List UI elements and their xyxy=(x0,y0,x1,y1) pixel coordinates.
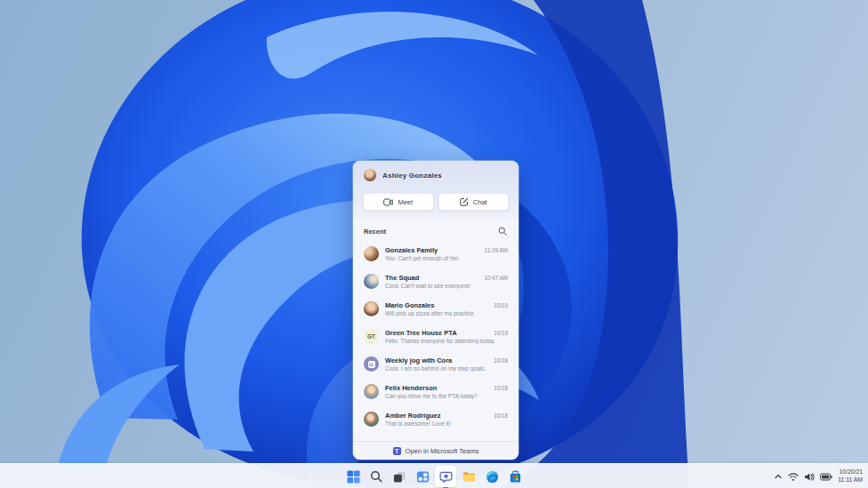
avatar xyxy=(364,246,379,261)
meet-button[interactable]: Meet xyxy=(363,193,434,211)
system-tray: 10/20/21 11:11 AM xyxy=(774,464,863,488)
avatar-app-icon xyxy=(364,356,379,372)
chat-list-item[interactable]: Mario Gonzales 10/19 Will pick up pizza … xyxy=(353,295,518,323)
chat-name: Mario Gonzales xyxy=(385,301,434,309)
chat-list-item[interactable]: GT Green Tree House PTA 10/19 Felix: Tha… xyxy=(353,323,518,350)
recent-title: Recent xyxy=(364,228,386,236)
action-buttons-row: Meet Chat xyxy=(353,188,518,211)
chat-time: 10/19 xyxy=(494,302,508,308)
network-button[interactable] xyxy=(788,472,799,482)
meet-button-label: Meet xyxy=(398,198,413,206)
chat-preview: Cora: I am so behind on my step goals. xyxy=(385,365,508,372)
chat-time: 10/18 xyxy=(494,385,508,391)
open-in-teams-label: Open in Microsoft Teams xyxy=(406,447,479,455)
flyout-header-section: Ashley Gonzales Meet Chat xyxy=(353,161,518,219)
folder-icon xyxy=(462,470,476,484)
chat-button[interactable]: Chat xyxy=(438,193,510,211)
compose-icon xyxy=(460,197,469,206)
volume-button[interactable] xyxy=(804,472,815,482)
chat-time: 10/18 xyxy=(494,412,508,419)
speaker-icon xyxy=(804,472,815,482)
task-view-button[interactable] xyxy=(389,466,410,487)
avatar xyxy=(364,412,379,427)
chat-preview: Felix: Thanks everyone for attending tod… xyxy=(385,338,508,344)
chat-preview: Will pick up pizza after my practice. xyxy=(385,310,508,316)
avatar xyxy=(364,384,379,399)
chat-list-item[interactable]: Weekly jog with Cora 10/18 Cora: I am so… xyxy=(353,350,518,378)
chat-list-item[interactable]: Felix Henderson 10/18 Can you drive me t… xyxy=(353,378,518,405)
edge-browser-icon xyxy=(486,470,499,484)
taskbar-clock[interactable]: 10/20/21 11:11 AM xyxy=(838,468,863,484)
chat-preview: That is awesome! Love it! xyxy=(385,420,508,427)
chat-time: 10/18 xyxy=(494,357,508,364)
chat-button-taskbar[interactable] xyxy=(435,466,456,487)
avatar-initials-text: GT xyxy=(367,333,375,340)
widgets-button[interactable] xyxy=(412,466,433,487)
chat-preview: You: Can't get enough of her. xyxy=(385,255,508,261)
chat-button-label: Chat xyxy=(473,198,487,206)
search-icon xyxy=(498,227,507,236)
chat-name: The Squad xyxy=(385,274,419,282)
chat-name: Gonzales Family xyxy=(385,246,438,254)
file-explorer-button[interactable] xyxy=(458,466,479,487)
chat-name: Amber Rodriguez xyxy=(385,412,441,420)
chat-name: Green Tree House PTA xyxy=(385,329,457,337)
battery-icon xyxy=(820,473,832,481)
open-in-teams-button[interactable]: T Open in Microsoft Teams xyxy=(353,441,518,460)
recent-header: Recent xyxy=(353,219,518,240)
clock-date: 10/20/21 xyxy=(838,468,863,476)
teams-chat-flyout: Ashley Gonzales Meet Chat Recent xyxy=(353,161,518,460)
avatar-initials: GT xyxy=(364,329,379,344)
edge-button[interactable] xyxy=(481,466,502,487)
search-icon xyxy=(370,470,382,483)
start-button[interactable] xyxy=(342,466,364,487)
chat-preview: Can you drive me to the PTA today? xyxy=(385,393,508,399)
chat-time: 11:09 AM xyxy=(485,247,508,253)
microsoft-store-icon xyxy=(509,470,522,484)
recent-chat-list: Gonzales Family 11:09 AM You: Can't get … xyxy=(353,240,518,441)
tray-chevron-up-button[interactable] xyxy=(774,472,783,481)
chat-time: 10:47 AM xyxy=(484,275,508,281)
chat-name: Weekly jog with Cora xyxy=(385,356,452,364)
taskbar: 10/20/21 11:11 AM xyxy=(0,463,868,488)
task-view-icon xyxy=(393,470,406,484)
avatar xyxy=(364,301,379,316)
avatar xyxy=(364,274,379,289)
teams-icon: T xyxy=(393,447,401,455)
current-user-row[interactable]: Ashley Gonzales xyxy=(353,161,518,188)
search-button[interactable] xyxy=(497,226,508,236)
microsoft-store-button[interactable] xyxy=(504,466,526,487)
user-name: Ashley Gonzales xyxy=(382,172,442,180)
user-avatar[interactable] xyxy=(364,169,376,181)
taskbar-center-icons xyxy=(342,464,526,488)
windows-start-icon xyxy=(347,470,360,484)
video-camera-icon xyxy=(383,198,393,206)
chevron-up-icon xyxy=(774,472,783,481)
chat-list-item[interactable]: Amber Rodriguez 10/18 That is awesome! L… xyxy=(353,405,518,433)
wifi-icon xyxy=(788,472,799,482)
widgets-icon xyxy=(416,470,430,484)
chat-bubble-icon xyxy=(439,470,453,484)
chat-list-item[interactable]: The Squad 10:47 AM Cora: Can't wait to s… xyxy=(353,268,518,295)
search-button-taskbar[interactable] xyxy=(366,466,387,487)
battery-button[interactable] xyxy=(820,473,832,481)
chat-name: Felix Henderson xyxy=(385,384,437,392)
calendar-icon xyxy=(368,361,375,368)
clock-time: 11:11 AM xyxy=(838,476,863,484)
chat-list-item[interactable]: Gonzales Family 11:09 AM You: Can't get … xyxy=(353,240,518,268)
chat-time: 10/19 xyxy=(494,330,508,336)
chat-preview: Cora: Can't wait to see everyone! xyxy=(385,283,508,289)
